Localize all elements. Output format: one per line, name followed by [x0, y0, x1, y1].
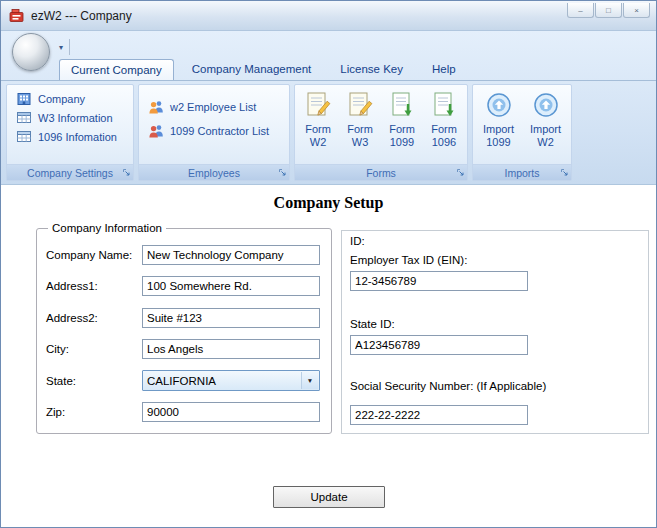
import-w2-icon [532, 91, 560, 121]
dialog-launcher-icon[interactable] [456, 168, 465, 177]
tab-company-management[interactable]: Company Management [181, 59, 323, 80]
app-window: ezW2 --- Company – □ × ▾ Current Company… [0, 0, 657, 528]
company-information-groupbox: Company Information Company Name: Addres… [36, 222, 332, 434]
ribbon-group-imports: Import 1099 Import W2 [472, 84, 572, 181]
id-groupbox: ID: Employer Tax ID (EIN): State ID: Soc… [341, 230, 649, 434]
zip-input[interactable] [142, 402, 320, 422]
company-name-label: Company Name: [46, 249, 142, 261]
minimize-button[interactable]: – [567, 3, 594, 18]
tab-current-company[interactable]: Current Company [59, 59, 174, 80]
contractor-1099-list-button[interactable]: 1099 Contractor List [141, 119, 287, 143]
ribbon-groups: Company W3 Information [1, 80, 656, 184]
company-building-icon [16, 91, 33, 107]
ribbon-group-forms: Form W2 [294, 84, 468, 181]
form-1096-button[interactable]: Form 1096 [423, 89, 465, 162]
address2-row: Address2: [46, 302, 323, 334]
form-1099-icon [388, 91, 416, 121]
company-name-input[interactable] [142, 245, 320, 265]
page-title: Company Setup [1, 194, 656, 212]
ribbon-group-company-settings: Company W3 Information [6, 84, 134, 181]
group-label-imports: Imports [473, 164, 571, 180]
titlebar: ezW2 --- Company – □ × [1, 1, 656, 31]
ein-input[interactable] [350, 271, 528, 291]
address1-label: Address1: [46, 280, 142, 292]
city-label: City: [46, 343, 142, 355]
dialog-launcher-icon[interactable] [278, 168, 287, 177]
company-information-legend: Company Information [48, 222, 166, 234]
ssn-label: Social Security Number: (If Applicable) [350, 380, 640, 392]
w3-table-icon [16, 110, 33, 126]
address1-input[interactable] [142, 276, 320, 296]
form-w3-button[interactable]: Form W3 [339, 89, 381, 162]
update-button[interactable]: Update [273, 486, 385, 508]
application-orb-button[interactable] [12, 33, 50, 71]
company-button[interactable]: Company [9, 89, 131, 108]
main-content: Company Setup Company Information Compan… [1, 184, 656, 527]
city-row: City: [46, 334, 323, 366]
state-select[interactable]: CALIFORNIA ▼ [142, 370, 320, 391]
ribbon: ▾ Current Company Company Management Lic… [1, 31, 656, 184]
info-1096-button[interactable]: 1096 Infomation [9, 127, 131, 146]
city-input[interactable] [142, 339, 320, 359]
close-button[interactable]: × [623, 3, 650, 18]
employee-list-icon [148, 99, 165, 115]
state-id-label: State ID: [350, 318, 640, 330]
import-w2-button[interactable]: Import W2 [525, 89, 567, 162]
state-selected-value: CALIFORNIA [147, 375, 319, 387]
window-title: ezW2 --- Company [31, 9, 132, 23]
form-1099-button[interactable]: Form 1099 [381, 89, 423, 162]
form-w3-icon [346, 91, 374, 121]
group-label-company-settings: Company Settings [7, 164, 133, 180]
ein-label: Employer Tax ID (EIN): [350, 254, 640, 266]
form-w2-button[interactable]: Form W2 [297, 89, 339, 162]
ssn-input[interactable] [350, 405, 528, 425]
tab-license-key[interactable]: License Key [329, 59, 414, 80]
ribbon-tabs: Current Company Company Management Licen… [59, 57, 474, 80]
dialog-launcher-icon[interactable] [122, 168, 131, 177]
dialog-launcher-icon[interactable] [560, 168, 569, 177]
group-label-forms: Forms [295, 164, 467, 180]
chevron-down-icon: ▼ [301, 372, 318, 389]
table-1096-icon [16, 129, 33, 145]
address2-label: Address2: [46, 312, 142, 324]
maximize-button[interactable]: □ [595, 3, 622, 18]
w3-information-button[interactable]: W3 Information [9, 108, 131, 127]
company-name-row: Company Name: [46, 239, 323, 271]
state-row: State: CALIFORNIA ▼ [46, 365, 323, 397]
form-1096-icon [430, 91, 458, 121]
w2-employee-list-button[interactable]: w2 Employee List [141, 95, 287, 119]
address1-row: Address1: [46, 271, 323, 303]
zip-row: Zip: [46, 397, 323, 429]
ribbon-group-employees: w2 Employee List 1099 Contractor List [138, 84, 290, 181]
group-label-employees: Employees [139, 164, 289, 180]
state-id-input[interactable] [350, 335, 528, 355]
quick-access-dropdown[interactable]: ▾ [57, 39, 70, 55]
contractor-list-icon [148, 123, 165, 139]
form-w2-icon [304, 91, 332, 121]
import-1099-icon [485, 91, 513, 121]
app-icon [9, 8, 25, 24]
zip-label: Zip: [46, 406, 142, 418]
address2-input[interactable] [142, 308, 320, 328]
caption-buttons: – □ × [567, 3, 650, 18]
state-label: State: [46, 375, 142, 387]
tab-help[interactable]: Help [421, 59, 467, 80]
import-1099-button[interactable]: Import 1099 [478, 89, 520, 162]
id-heading: ID: [350, 235, 640, 247]
